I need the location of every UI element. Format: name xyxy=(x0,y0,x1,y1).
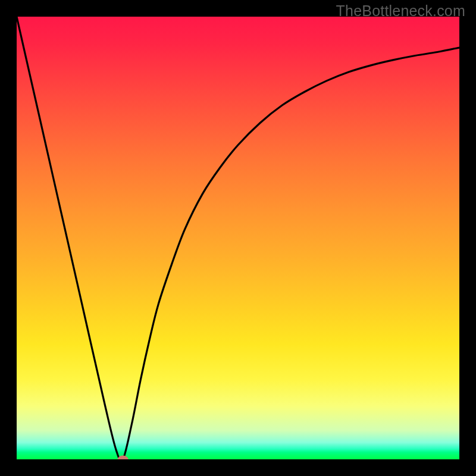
plot-area xyxy=(17,17,459,459)
curve-path xyxy=(17,17,459,459)
chart-frame: TheBottleneck.com xyxy=(0,0,476,476)
chart-svg xyxy=(17,17,459,459)
